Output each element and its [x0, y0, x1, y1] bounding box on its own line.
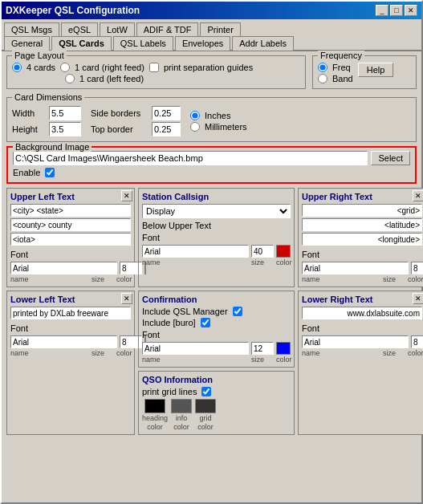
- lr-size-label: size: [383, 349, 405, 357]
- upper-right-panel: Upper Right Text ✕ Font name size color: [298, 188, 423, 287]
- ul-name-label: name: [10, 275, 89, 283]
- ul-color-label: color: [116, 275, 131, 283]
- height-input[interactable]: [49, 122, 81, 136]
- station-callsign-dropdown[interactable]: Display: [142, 204, 291, 218]
- lower-left-title: Lower Left Text: [10, 295, 131, 304]
- confirmation-title: Confirmation: [142, 295, 291, 304]
- radio-mm[interactable]: [190, 122, 200, 132]
- conf-font-size[interactable]: [251, 342, 274, 355]
- freq-options: Freq Band: [318, 63, 353, 85]
- radio-1card-left[interactable]: [65, 74, 75, 83]
- lower-left-input[interactable]: [10, 307, 131, 319]
- side-borders-input[interactable]: [152, 106, 181, 120]
- minimize-button[interactable]: _: [376, 5, 388, 16]
- lower-right-font-name[interactable]: [302, 335, 409, 348]
- grid-color-item: grid color: [195, 399, 216, 431]
- tab-lotw[interactable]: LotW: [100, 22, 135, 36]
- upper-right-font-name[interactable]: [302, 262, 409, 274]
- frequency-group: Frequency Freq Band Help: [312, 55, 417, 89]
- tab-general[interactable]: General: [4, 36, 50, 51]
- tab-printer[interactable]: Printer: [200, 22, 240, 36]
- lr-name-label: name: [302, 349, 380, 357]
- station-callsign-title: Station Callsign: [142, 192, 291, 201]
- lower-left-font-label-row: Font: [10, 323, 131, 333]
- heading-color-box[interactable]: [144, 399, 165, 413]
- select-button[interactable]: Select: [371, 151, 410, 165]
- upper-right-close[interactable]: ✕: [413, 190, 423, 201]
- upper-left-line3[interactable]: [10, 233, 131, 246]
- conf-font-name[interactable]: [142, 342, 249, 355]
- conf-color-box[interactable]: [276, 342, 291, 355]
- width-label: Width: [12, 108, 44, 118]
- ll-name-label: name: [10, 349, 89, 357]
- tab-envelopes[interactable]: Envelopes: [175, 36, 230, 51]
- lower-right-font-label-row: Font: [302, 323, 422, 333]
- label-freq: Freq: [332, 63, 351, 72]
- tab-adif-tdf[interactable]: ADIF & TDF: [136, 22, 199, 36]
- upper-right-font-size[interactable]: [411, 262, 423, 274]
- radio-1card-right[interactable]: [60, 63, 70, 72]
- main-window: DXKeeper QSL Configuration _ □ ✕ QSL Msg…: [0, 0, 423, 504]
- conf-font-labels: name size color: [142, 356, 291, 364]
- info-color-box[interactable]: [171, 399, 192, 413]
- radio-band[interactable]: [318, 74, 327, 83]
- conf-size-label: size: [251, 356, 274, 364]
- lower-right-close[interactable]: ✕: [413, 293, 423, 304]
- window-title: DXKeeper QSL Configuration: [6, 5, 140, 16]
- title-bar: DXKeeper QSL Configuration _ □ ✕: [2, 2, 421, 19]
- lower-right-input[interactable]: [302, 307, 422, 319]
- radio-inches[interactable]: [190, 111, 200, 120]
- bg-path-input[interactable]: [13, 151, 368, 165]
- lower-left-close[interactable]: ✕: [121, 293, 132, 304]
- upper-left-font-name[interactable]: [10, 262, 117, 274]
- label-mm: Millimeters: [205, 122, 247, 132]
- confirmation-panel: Confirmation Include QSL Manager Include…: [138, 291, 295, 368]
- station-font-name[interactable]: [142, 245, 249, 258]
- frequency-title: Frequency: [318, 51, 364, 60]
- enable-checkbox[interactable]: [45, 168, 55, 177]
- upper-right-line1[interactable]: [302, 204, 422, 217]
- radio-4cards[interactable]: [12, 63, 22, 72]
- upper-right-font-labels: name size color: [302, 275, 422, 283]
- station-color-box[interactable]: [276, 245, 291, 258]
- chk-grid-lines[interactable]: [201, 387, 211, 396]
- station-font-label-row: Font: [142, 233, 291, 242]
- tab-addr-labels[interactable]: Addr Labels: [232, 36, 294, 51]
- lower-right-font-size[interactable]: [411, 335, 423, 348]
- chk-buro[interactable]: [201, 318, 210, 327]
- ll-size-label: size: [92, 349, 114, 357]
- width-input[interactable]: [49, 106, 81, 120]
- help-button[interactable]: Help: [358, 63, 394, 77]
- upper-right-line3[interactable]: [302, 233, 422, 246]
- sc-name-label: name: [142, 258, 249, 266]
- upper-left-panel: Upper Left Text ✕ Font name size color: [6, 188, 135, 287]
- card-dimensions-title: Card Dimensions: [12, 92, 84, 102]
- lower-right-font-labels: name size color: [302, 349, 422, 357]
- tab-qsl-labels[interactable]: QSL Labels: [113, 36, 173, 51]
- sc-size-label: size: [251, 258, 274, 266]
- station-callsign-panel: Station Callsign Display Below Upper Tex…: [138, 188, 295, 287]
- station-font-size[interactable]: [251, 245, 274, 258]
- lower-left-font-name[interactable]: [10, 335, 117, 348]
- info-color-item: info color: [171, 399, 192, 431]
- tab-qsl-cards[interactable]: QSL Cards: [51, 36, 112, 51]
- bg-path-row: Select: [13, 151, 410, 165]
- tab-eqsl[interactable]: eQSL: [61, 22, 98, 36]
- close-button[interactable]: ✕: [405, 5, 417, 16]
- grid-color-box[interactable]: [195, 399, 216, 413]
- top-border-input[interactable]: [152, 122, 181, 136]
- upper-left-line1[interactable]: [10, 204, 131, 217]
- chk-separation[interactable]: [149, 63, 159, 72]
- sc-color-label: color: [276, 258, 291, 266]
- lower-left-font-labels: name size color: [10, 349, 131, 357]
- upper-left-line2[interactable]: [10, 218, 131, 231]
- tab-qsl-msgs[interactable]: QSL Msgs: [4, 22, 59, 36]
- middle-section: Upper Left Text ✕ Font name size color: [6, 188, 417, 287]
- upper-right-line2[interactable]: [302, 218, 422, 231]
- top-border-row: Top border: [91, 122, 181, 136]
- upper-left-close[interactable]: ✕: [121, 190, 132, 201]
- bg-enable-row: Enable: [13, 168, 410, 177]
- chk-qsl-manager[interactable]: [233, 307, 242, 316]
- radio-freq[interactable]: [318, 63, 327, 72]
- maximize-button[interactable]: □: [390, 5, 403, 16]
